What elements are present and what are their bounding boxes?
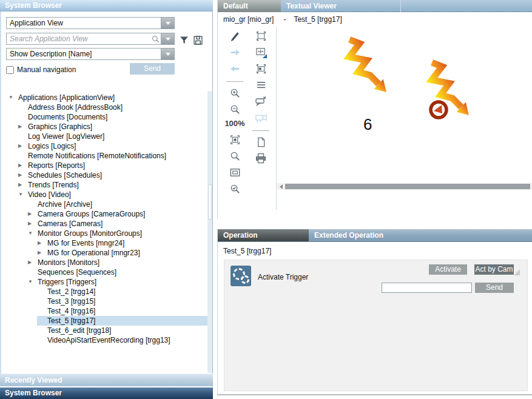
chevron-down-icon[interactable]	[161, 18, 174, 29]
chevron-down-icon[interactable]	[161, 33, 174, 44]
tab-operation[interactable]: Operation	[218, 229, 309, 241]
select-rect-icon[interactable]	[254, 29, 268, 42]
zoom-select-icon[interactable]	[227, 182, 242, 195]
expand-arrow-icon[interactable]: ▼	[27, 229, 38, 238]
expand-arrow-icon[interactable]: ▶	[18, 161, 28, 170]
tree-item[interactable]: ▶MG for Operational [mngr23]	[2, 248, 208, 258]
tree-item[interactable]: ▶MG for Events [mngr24]	[2, 238, 208, 248]
tree-item-label: Graphics [Graphics]	[28, 122, 92, 132]
tab-textual-viewer[interactable]: Textual Viewer	[281, 0, 401, 12]
tree-item-label: MG for Events [mngr24]	[47, 238, 124, 248]
expand-arrow-icon[interactable]: ▼	[27, 277, 38, 287]
tree-item[interactable]: ▼Applications [ApplicationView]	[2, 93, 208, 102]
command-value-input[interactable]	[382, 283, 472, 293]
forward-arrow-icon[interactable]	[227, 45, 242, 59]
tree-item[interactable]: Address Book [AddressBook]	[2, 102, 208, 112]
expand-arrow-icon[interactable]: ▶	[18, 170, 28, 180]
center-view-icon[interactable]	[227, 133, 242, 146]
tree-item-label: Triggers [Triggers]	[38, 277, 96, 287]
tree-scrollbar[interactable]	[207, 91, 212, 373]
expand-arrow-icon[interactable]: ▶	[37, 238, 47, 248]
tree-item[interactable]: VideoApiStartEventRecording [trgg13]	[2, 335, 208, 345]
breadcrumb-secondary[interactable]: Test_5 [trgg17]	[294, 15, 342, 24]
toolbar-divider	[226, 81, 243, 82]
pan-options-icon[interactable]	[254, 45, 268, 59]
view-selector[interactable]: Application View	[6, 17, 175, 29]
toolbar-column-left: 100%	[224, 29, 246, 198]
expand-arrow-icon[interactable]: ▶	[27, 219, 38, 229]
scrollbar-thumb[interactable]	[285, 184, 530, 189]
tree-item[interactable]: Archive [Archive]	[2, 200, 208, 209]
tree-item[interactable]: ▶Monitors [Monitors]	[2, 258, 208, 267]
tree-item[interactable]: ▶Graphics [Graphics]	[2, 122, 208, 132]
tab-default[interactable]: Default	[218, 0, 281, 12]
expand-arrow-icon[interactable]: ▼	[8, 93, 18, 102]
layers-icon[interactable]	[254, 78, 268, 92]
expand-arrow-icon[interactable]: ▶	[27, 258, 38, 267]
tree-item[interactable]: ▶Reports [Reports]	[2, 161, 208, 170]
expand-arrow-icon[interactable]: ▶	[18, 122, 28, 132]
tree-scrollbar-thumb[interactable]	[208, 184, 212, 220]
graphics-canvas[interactable]: 6	[277, 27, 532, 210]
tree-item[interactable]: Sequences [Sequences]	[2, 267, 208, 277]
navigation-send-button[interactable]: Send	[130, 63, 175, 75]
tree-item[interactable]: Log Viewer [LogViewer]	[2, 132, 208, 141]
lightning-bolt-icon[interactable]	[342, 34, 392, 97]
tree-item[interactable]: Test_3 [trgg15]	[2, 297, 208, 306]
manual-navigation-checkbox[interactable]	[6, 66, 14, 74]
print-icon[interactable]	[254, 152, 268, 165]
toolbar-divider	[252, 130, 269, 131]
page-setup-icon[interactable]	[254, 135, 268, 149]
tab-extended-operation[interactable]: Extended Operation	[309, 229, 532, 241]
expand-arrow-icon[interactable]: ▼	[18, 190, 28, 200]
scroll-left-icon[interactable]	[280, 184, 283, 189]
tree-item[interactable]: Test_6_edit [trgg18]	[2, 326, 208, 335]
search-input[interactable]	[7, 33, 150, 44]
tree-item[interactable]: Test_4 [trgg16]	[2, 306, 208, 316]
tree-item-label: Test_6_edit [trgg18]	[47, 326, 111, 335]
tree-item-label: Trends [Trends]	[28, 180, 79, 190]
chevron-down-icon[interactable]	[161, 49, 174, 59]
tree-item[interactable]: Test_5 [trgg17]	[2, 316, 208, 326]
recently-viewed-bar[interactable]: Recently Viewed	[0, 374, 213, 386]
tree-item-label: Monitor Groups [MonitorGroups]	[38, 229, 142, 238]
zoom-in-icon[interactable]	[227, 86, 242, 99]
tree-item[interactable]: ▼Monitor Groups [MonitorGroups]	[2, 229, 208, 238]
tree-item[interactable]: ▶Schedules [Schedules]	[2, 170, 208, 180]
save-icon[interactable]	[192, 35, 203, 45]
command-send-button[interactable]: Send	[475, 283, 514, 293]
tree-item[interactable]: ▼Triggers [Triggers]	[2, 277, 208, 287]
expand-arrow-icon[interactable]: ▶	[18, 141, 28, 151]
expand-arrow-icon[interactable]: ▶	[37, 248, 47, 258]
canvas-horizontal-scrollbar[interactable]	[277, 183, 532, 190]
tree-item[interactable]: ▶Camera Groups [CameraGroups]	[2, 209, 208, 219]
tree-item[interactable]: Test_2 [trgg14]	[2, 287, 208, 297]
object-rect-icon[interactable]	[254, 62, 268, 75]
description-selector[interactable]: Show Description [Name]	[6, 48, 175, 60]
graphics-viewer-panel: Default Textual Viewer mio_gr [mio_gr] -…	[217, 0, 532, 218]
viewport-icon[interactable]	[227, 166, 242, 179]
filter-icon[interactable]	[178, 35, 189, 45]
tree-item[interactable]: Remote Notifications [RemoteNotification…	[2, 151, 208, 161]
tree-item[interactable]: ▶Logics [Logics]	[2, 141, 208, 151]
act-by-cam-button[interactable]: Act by Cam	[474, 264, 514, 275]
tree-item-label: Sequences [Sequences]	[38, 267, 116, 277]
tree-item[interactable]: Documents [Documents]	[2, 112, 208, 122]
activate-button[interactable]: Activate	[429, 264, 467, 275]
breadcrumb-primary[interactable]: mio_gr [mio_gr]	[223, 15, 274, 24]
camera-icon[interactable]	[254, 111, 268, 124]
zoom-out-icon[interactable]	[227, 102, 242, 116]
system-browser-bar[interactable]: System Browser	[0, 387, 213, 399]
back-arrow-icon[interactable]	[227, 62, 242, 75]
magnifier-icon[interactable]	[227, 149, 242, 163]
tree-item[interactable]: ▶Trends [Trends]	[2, 180, 208, 190]
tree-item[interactable]: ▼Video [Video]	[2, 190, 208, 200]
pen-icon[interactable]	[227, 29, 242, 42]
expand-arrow-icon[interactable]: ▶	[18, 180, 28, 190]
tree-item[interactable]: ▶Cameras [Cameras]	[2, 219, 208, 229]
search-icon[interactable]	[150, 33, 161, 44]
manual-navigation-label: Manual navigation	[17, 65, 76, 74]
delete-comment-icon[interactable]	[254, 95, 268, 108]
graphics-toolbar: 100%	[218, 27, 277, 210]
expand-arrow-icon[interactable]: ▶	[27, 209, 38, 219]
